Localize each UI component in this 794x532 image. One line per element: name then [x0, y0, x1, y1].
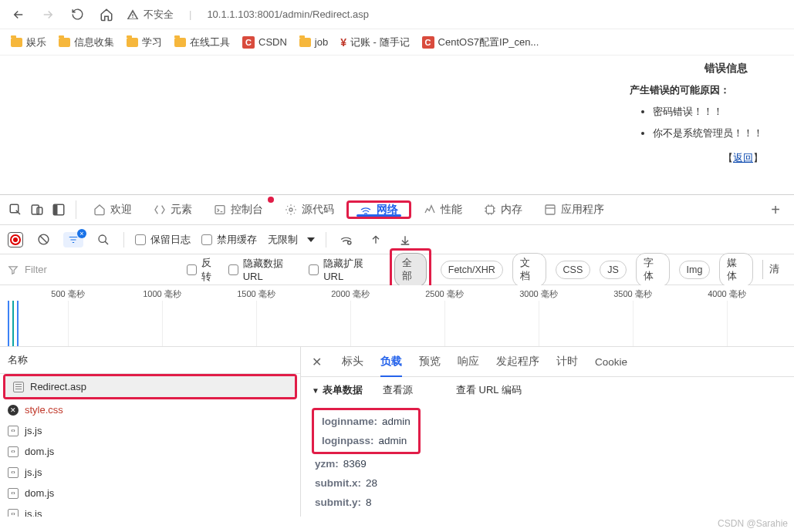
tab-console[interactable]: 控制台 — [204, 195, 272, 224]
dtab-timing[interactable]: 计时 — [556, 347, 578, 376]
bookmark-item[interactable]: CCentOS7配置IP_cen... — [422, 35, 539, 49]
svg-point-10 — [99, 235, 106, 242]
timeline-tick: 3500 毫秒 — [613, 288, 652, 300]
tab-network[interactable]: 网络 — [350, 203, 407, 217]
request-row[interactable]: ‹›dom.js — [0, 483, 300, 503]
invert-checkbox[interactable]: 反转 — [187, 256, 219, 284]
chip-fetch[interactable]: Fetch/XHR — [441, 261, 503, 279]
bookmark-label: 记账 - 随手记 — [350, 35, 410, 49]
form-kv: loginname:admin — [319, 412, 414, 431]
bookmark-label: 娱乐 — [26, 35, 46, 49]
tab-application[interactable]: 应用程序 — [535, 195, 613, 224]
tab-network-highlight: 网络 — [346, 200, 411, 219]
js-icon: ‹› — [8, 467, 19, 478]
warning-icon — [127, 8, 139, 21]
dtab-preview[interactable]: 预览 — [419, 347, 441, 376]
request-row[interactable]: Redirect.asp — [5, 376, 295, 397]
form-kv: loginpass:admin — [319, 431, 414, 450]
url-text[interactable]: 10.1.1.103:8001/admin/Redirect.asp — [207, 8, 369, 20]
home-icon[interactable] — [97, 5, 116, 24]
svg-point-11 — [348, 241, 351, 244]
filter-icon — [8, 264, 19, 275]
form-value: admin — [379, 435, 407, 446]
svg-rect-5 — [215, 206, 225, 214]
svg-rect-1 — [32, 205, 39, 214]
network-split: 名称 Redirect.asp✕style.css‹›js.js‹›dom.js… — [0, 347, 794, 517]
hide-data-url-checkbox[interactable]: 隐藏数据 URL — [228, 257, 300, 282]
download-icon[interactable] — [396, 231, 414, 249]
tab-performance[interactable]: 性能 — [414, 195, 471, 224]
chip-css[interactable]: CSS — [556, 261, 591, 279]
reason-title: 产生错误的可能原因： — [630, 83, 763, 97]
network-conditions-icon[interactable] — [337, 231, 356, 249]
tab-sources[interactable]: 源代码 — [275, 195, 343, 224]
bookmark-item[interactable]: 学习 — [127, 35, 162, 49]
reload-icon[interactable] — [68, 5, 86, 24]
chip-js[interactable]: JS — [600, 261, 627, 279]
chip-clean[interactable]: 清 — [762, 260, 786, 279]
dtab-headers[interactable]: 标头 — [342, 347, 363, 376]
c-icon: C — [422, 36, 434, 49]
chip-doc[interactable]: 文档 — [512, 253, 546, 287]
timeline[interactable]: 500 毫秒1000 毫秒1500 毫秒2000 毫秒2500 毫秒3000 毫… — [0, 285, 794, 347]
request-row[interactable]: ‹›dom.js — [0, 441, 300, 462]
tab-welcome[interactable]: 欢迎 — [84, 195, 141, 224]
dtab-payload[interactable]: 负载 — [380, 347, 402, 376]
view-url-encoded-link[interactable]: 查看 URL 编码 — [456, 383, 522, 397]
bookmark-item[interactable]: 信息收集 — [59, 35, 114, 49]
request-row[interactable]: ‹›js.js — [0, 420, 300, 441]
bookmark-item[interactable]: ¥记账 - 随手记 — [340, 35, 409, 49]
request-name: js.js — [25, 425, 42, 436]
request-row[interactable]: ‹›js.js — [0, 462, 300, 483]
error-title: 错误信息 — [630, 62, 763, 76]
bookmark-item[interactable]: 在线工具 — [174, 35, 230, 49]
bookmark-item[interactable]: job — [299, 36, 328, 48]
upload-icon[interactable] — [367, 231, 385, 249]
dock-icon[interactable] — [49, 200, 68, 219]
hide-ext-url-checkbox[interactable]: 隐藏扩展 URL — [309, 257, 380, 282]
bookmarks-bar: 娱乐信息收集学习在线工具CCSDNjob¥记账 - 随手记CCentOS7配置I… — [0, 29, 794, 56]
tab-elements[interactable]: 元素 — [144, 195, 201, 224]
filter-input[interactable]: Filter — [8, 264, 177, 275]
search-icon[interactable] — [94, 231, 113, 249]
back-icon[interactable] — [9, 5, 28, 24]
request-row[interactable]: ✕style.css — [0, 399, 300, 420]
form-key: loginname: — [322, 416, 377, 427]
form-key: loginpass: — [322, 435, 374, 446]
dtab-response[interactable]: 响应 — [458, 347, 479, 376]
more-tabs-icon[interactable]: + — [763, 201, 788, 219]
view-source-link[interactable]: 查看源 — [383, 383, 413, 397]
form-value: 8 — [366, 497, 372, 508]
clear-icon[interactable] — [34, 231, 52, 249]
close-icon[interactable]: ✕ — [312, 355, 322, 369]
preserve-log-checkbox[interactable]: 保留日志 — [135, 233, 191, 247]
reason-item: 密码错误！！！ — [653, 105, 763, 119]
filter-row: Filter 反转 隐藏数据 URL 隐藏扩展 URL 全部 Fetch/XHR… — [0, 254, 794, 285]
security-indicator[interactable]: 不安全 — [127, 8, 174, 22]
bookmark-item[interactable]: 娱乐 — [11, 35, 46, 49]
chip-font[interactable]: 字体 — [636, 253, 670, 287]
chip-media[interactable]: 媒体 — [719, 253, 753, 287]
form-data-label[interactable]: ▼表单数据 — [312, 383, 363, 397]
inspect-icon[interactable] — [6, 200, 25, 219]
record-button[interactable] — [8, 232, 23, 247]
chip-img[interactable]: Img — [679, 261, 711, 279]
throttling-select[interactable]: 无限制 — [268, 233, 315, 247]
forward-icon[interactable] — [39, 5, 57, 24]
disable-cache-checkbox[interactable]: 禁用缓存 — [201, 233, 257, 247]
request-row[interactable]: ‹›js.js — [0, 503, 300, 517]
tab-memory[interactable]: 内存 — [475, 195, 532, 224]
bookmark-item[interactable]: CCSDN — [242, 36, 287, 49]
back-link[interactable]: 返回 — [733, 152, 753, 163]
form-value: admin — [382, 416, 411, 427]
dtab-initiator[interactable]: 发起程序 — [496, 347, 539, 376]
timeline-tick: 4000 毫秒 — [708, 288, 746, 300]
bookmark-label: CentOS7配置IP_cen... — [438, 35, 539, 49]
dtab-cookies[interactable]: Cookie — [595, 348, 627, 375]
js-icon: ‹› — [8, 446, 19, 457]
form-highlight: loginname:adminloginpass:admin — [312, 408, 421, 454]
reason-item: 你不是系统管理员！！！ — [653, 126, 763, 140]
device-icon[interactable] — [28, 200, 46, 219]
chip-all[interactable]: 全部 — [394, 253, 427, 287]
filter-toggle[interactable]: × — [63, 232, 83, 247]
